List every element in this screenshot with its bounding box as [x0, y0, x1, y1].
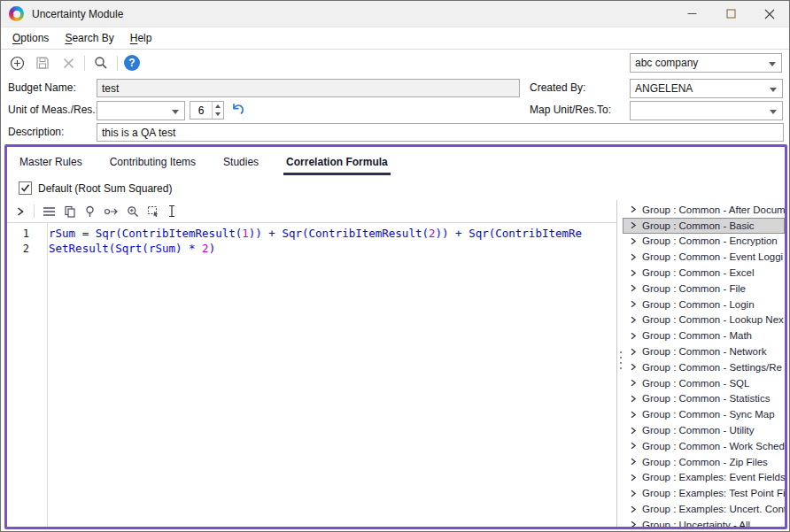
group-list-item[interactable]: Group : Common - Excel: [623, 265, 785, 281]
group-label: Group : Common - Event Loggi: [642, 251, 783, 262]
tab-contributing-items[interactable]: Contributing Items: [108, 147, 198, 176]
menu-options[interactable]: Options: [4, 27, 57, 49]
minimize-button[interactable]: [672, 1, 711, 27]
formula-code-editor[interactable]: 1rSum = Sqr(ContribItemResult(1)) + Sqr(…: [7, 223, 616, 527]
add-icon: [10, 56, 25, 71]
toolbar: ? abc company: [1, 50, 789, 76]
group-list-item[interactable]: Group : Common - Statistics: [623, 391, 785, 407]
created-by-combo[interactable]: ANGELENA: [630, 79, 783, 98]
unit-meas-combo[interactable]: [97, 101, 185, 120]
tab-correlation-formula[interactable]: Correlation Formula: [284, 147, 390, 176]
chevron-right-icon: [630, 490, 637, 497]
menu-help[interactable]: Help: [122, 27, 160, 49]
map-unit-combo[interactable]: [630, 101, 783, 120]
group-label: Group : Common - Basic: [642, 220, 755, 231]
group-list-item[interactable]: Group : Common - Event Loggi: [623, 249, 785, 265]
delete-button[interactable]: [58, 53, 78, 73]
group-list-item[interactable]: Group : Common - Encryption: [623, 234, 785, 250]
save-button[interactable]: [33, 53, 52, 73]
copy-button[interactable]: [64, 205, 76, 218]
created-by-label: Created By:: [530, 79, 585, 97]
pane-splitter[interactable]: [616, 200, 623, 527]
tab-master-rules[interactable]: Master Rules: [18, 147, 84, 176]
group-list-item[interactable]: Group : Uncertainty - All: [623, 517, 785, 527]
group-label: Group : Common - Network: [642, 346, 767, 357]
group-list-item[interactable]: Group : Examples: Uncert. Cont: [623, 501, 785, 517]
group-label: Group : Common - Excel: [642, 267, 755, 278]
zoom-in-button[interactable]: [127, 205, 139, 218]
chevron-right-icon: [630, 520, 637, 527]
unit-spinner[interactable]: [190, 101, 224, 120]
budget-name-input[interactable]: [97, 79, 520, 97]
group-label: Group : Common - File: [642, 283, 746, 294]
description-label: Description:: [8, 123, 64, 142]
group-list-item[interactable]: Group : Common - File: [623, 281, 785, 297]
code-line: 2SetResult(Sqrt(rSum) * 2): [7, 241, 616, 256]
group-label: Group : Common - Math: [642, 330, 752, 341]
group-list-item[interactable]: Group : Common - Math: [623, 328, 785, 343]
chevron-right-icon: [630, 332, 637, 340]
window-controls: [672, 1, 789, 27]
close-icon: [764, 9, 775, 19]
description-input[interactable]: [97, 123, 784, 142]
dropdown-arrow-icon: [769, 62, 776, 66]
group-label: Group : Common - Work Sched: [642, 441, 785, 451]
menu-search-by[interactable]: Search By: [57, 27, 121, 49]
line-number: 2: [7, 243, 40, 255]
app-logo-icon: [9, 6, 24, 21]
budget-name-label: Budget Name:: [8, 79, 76, 97]
dropdown-arrow-icon: [770, 110, 777, 114]
company-combo[interactable]: abc company: [630, 53, 782, 73]
menubar: Options Search By Help: [1, 27, 789, 50]
text-cursor-icon: [167, 204, 176, 218]
delete-icon: [63, 58, 74, 69]
group-list-item[interactable]: Group : Common - Lookup Nex: [623, 312, 785, 328]
group-list-item[interactable]: Group : Common - Basic: [623, 218, 785, 234]
group-label: Group : Common - Zip Files: [642, 457, 768, 467]
correlation-panel: Master Rules Contributing Items Studies …: [4, 144, 787, 529]
group-label: Group : Examples: Uncert. Cont: [642, 504, 785, 514]
group-list-item[interactable]: Group : Examples: Test Point Fi: [623, 485, 785, 501]
group-list-item[interactable]: Group : Common - Work Sched: [623, 438, 785, 454]
tab-studies[interactable]: Studies: [221, 147, 260, 176]
search-icon: [94, 56, 108, 70]
text-cursor-button[interactable]: [167, 204, 176, 218]
group-list-item[interactable]: Group : Common - Network: [623, 343, 785, 359]
goto-field-button[interactable]: [104, 206, 119, 217]
up-arrow-icon: [215, 104, 221, 108]
code-text: SetResult(Sqrt(rSum) * 2): [40, 242, 215, 255]
close-button[interactable]: [750, 1, 789, 27]
spinner-down-button[interactable]: [213, 111, 223, 120]
group-label: Group : Common - SQL: [642, 378, 749, 389]
bookmark-button[interactable]: [84, 205, 96, 218]
group-list-item[interactable]: Group : Common - After Docum: [623, 202, 785, 218]
maximize-icon: [726, 9, 736, 19]
chevron-right-icon: [630, 253, 637, 261]
spinner-up-button[interactable]: [213, 102, 223, 111]
search-button[interactable]: [91, 53, 111, 73]
group-list-item[interactable]: Group : Examples: Event Fields: [623, 470, 785, 486]
line-spacing-button[interactable]: [43, 206, 56, 217]
group-list-item[interactable]: Group : Common - SQL: [623, 375, 785, 391]
chevron-right-icon: [630, 237, 637, 245]
group-label: Group : Common - Sync Map: [642, 409, 775, 420]
chevron-right-icon: [630, 348, 637, 356]
default-checkbox[interactable]: [19, 181, 32, 195]
select-box-icon: [147, 205, 159, 217]
group-list-item[interactable]: Group : Common - Zip Files: [623, 454, 785, 470]
group-list-item[interactable]: Group : Common - Utility: [623, 422, 785, 438]
unit-spinner-input[interactable]: [190, 102, 212, 119]
help-icon: ?: [128, 57, 135, 69]
maximize-button[interactable]: [711, 1, 750, 27]
add-button[interactable]: [7, 53, 27, 73]
select-region-button[interactable]: [147, 205, 159, 217]
undo-button[interactable]: [231, 102, 246, 117]
help-button[interactable]: ?: [124, 55, 140, 71]
group-label: Group : Common - Encryption: [642, 235, 778, 246]
group-list-item[interactable]: Group : Common - Settings/Re: [623, 359, 785, 375]
group-list-item[interactable]: Group : Common - Sync Map: [623, 406, 785, 422]
group-list-item[interactable]: Group : Common - Login: [623, 297, 785, 312]
company-combo-value: abc company: [635, 57, 698, 69]
expand-button[interactable]: [15, 206, 26, 217]
group-label: Group : Common - Utility: [642, 425, 755, 436]
